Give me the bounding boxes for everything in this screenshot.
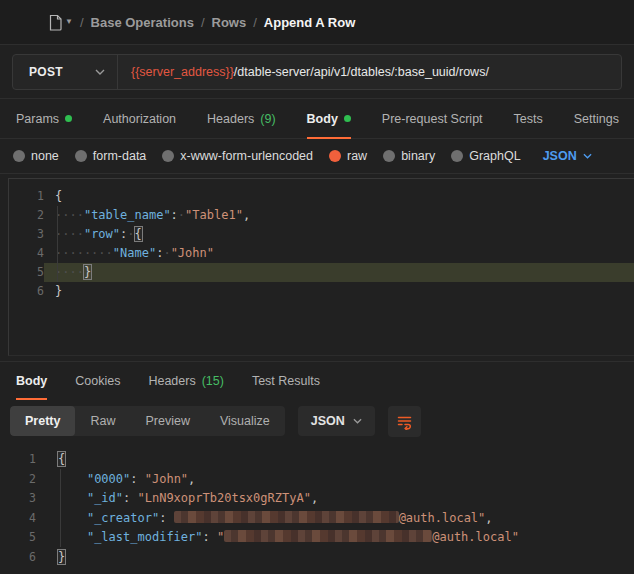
line-number: 4 bbox=[9, 244, 44, 263]
response-toolbar: Pretty Raw Preview Visualize JSON bbox=[0, 400, 634, 442]
matched-brace: { bbox=[58, 452, 65, 466]
code-line[interactable]: 1 { bbox=[9, 187, 634, 206]
active-tab-underline bbox=[16, 398, 47, 400]
tab-params[interactable]: Params bbox=[16, 99, 72, 139]
comma: , bbox=[243, 208, 250, 222]
matched-brace: { bbox=[135, 227, 142, 241]
whitespace bbox=[166, 511, 173, 525]
json-key: "Name" bbox=[113, 246, 156, 260]
json-key: "_creator" bbox=[87, 511, 159, 525]
view-visualize[interactable]: Visualize bbox=[205, 406, 285, 436]
json-key: "table_name" bbox=[84, 208, 171, 222]
breadcrumb-item-folder[interactable]: Rows bbox=[212, 15, 247, 30]
whitespace: · bbox=[127, 227, 134, 241]
view-pretty[interactable]: Pretty bbox=[10, 406, 75, 436]
code-line[interactable]: 6 } bbox=[9, 282, 634, 301]
code-line[interactable]: 2 ····"table_name":·"Table1", bbox=[9, 206, 634, 225]
request-title: Append A Row bbox=[264, 15, 355, 30]
method-dropdown[interactable]: POST bbox=[13, 55, 118, 89]
code-line-current[interactable]: 5 ····} bbox=[9, 263, 634, 282]
code-line[interactable]: 4 "_creator": @auth.local", bbox=[0, 509, 634, 529]
language-label: JSON bbox=[543, 149, 577, 163]
active-tab-underline bbox=[307, 137, 351, 139]
matched-brace: } bbox=[84, 265, 91, 279]
json-value: "Table1" bbox=[185, 208, 243, 222]
whitespace bbox=[138, 472, 145, 486]
view-raw[interactable]: Raw bbox=[75, 406, 130, 436]
topbar: ▼ / Base Operations / Rows / Append A Ro… bbox=[0, 0, 634, 45]
whitespace: ···· bbox=[55, 265, 84, 279]
wrap-lines-icon bbox=[396, 413, 413, 430]
raw-language-dropdown[interactable]: JSON bbox=[543, 149, 592, 163]
response-tab-test-results[interactable]: Test Results bbox=[252, 362, 320, 400]
tab-tests[interactable]: Tests bbox=[514, 99, 543, 139]
tab-label: Pre-request Script bbox=[382, 112, 483, 126]
whitespace bbox=[58, 511, 87, 525]
tab-authorization[interactable]: Authorization bbox=[103, 99, 176, 139]
response-tab-headers[interactable]: Headers (15) bbox=[148, 362, 223, 400]
green-dot bbox=[65, 115, 72, 122]
radio-selected-icon bbox=[329, 150, 341, 162]
line-number: 6 bbox=[0, 548, 36, 568]
tab-settings[interactable]: Settings bbox=[574, 99, 619, 139]
line-number: 1 bbox=[9, 187, 44, 206]
response-tabs: Body Cookies Headers (15) Test Results bbox=[0, 362, 634, 400]
radio-icon bbox=[162, 150, 174, 162]
code-line[interactable]: 6 } bbox=[0, 548, 634, 568]
tab-label: Settings bbox=[574, 112, 619, 126]
response-tab-body[interactable]: Body bbox=[16, 362, 47, 400]
colon: : bbox=[203, 530, 210, 544]
line-number: 3 bbox=[0, 489, 36, 509]
response-body-viewer[interactable]: 1 { 2 "0000": "John", 3 "_id": "LnN9xopr… bbox=[0, 442, 634, 567]
line-number: 4 bbox=[0, 509, 36, 529]
json-value: " bbox=[217, 530, 224, 544]
radio-icon bbox=[75, 150, 87, 162]
mode-raw[interactable]: raw bbox=[329, 149, 367, 163]
tab-body[interactable]: Body bbox=[307, 99, 351, 139]
view-preview[interactable]: Preview bbox=[130, 406, 204, 436]
method-label: POST bbox=[29, 65, 63, 79]
code-line[interactable]: 5 "_last_modifier": "@auth.local" bbox=[0, 528, 634, 548]
chevron-down-icon bbox=[95, 69, 105, 75]
tab-pre-request-script[interactable]: Pre-request Script bbox=[382, 99, 483, 139]
mode-none[interactable]: none bbox=[13, 149, 59, 163]
response-tab-cookies[interactable]: Cookies bbox=[75, 362, 120, 400]
line-number: 5 bbox=[0, 528, 36, 548]
line-number: 6 bbox=[9, 282, 44, 301]
breadcrumb-item-collection[interactable]: Base Operations bbox=[91, 15, 194, 30]
mode-graphql[interactable]: GraphQL bbox=[451, 149, 520, 163]
body-mode-bar: none form-data x-www-form-urlencoded raw… bbox=[0, 139, 634, 174]
code-line[interactable]: 2 "0000": "John", bbox=[0, 470, 634, 490]
code-line[interactable]: 4 ········"Name":·"John" bbox=[9, 244, 634, 263]
mode-label: x-www-form-urlencoded bbox=[180, 149, 313, 163]
json-key: "0000" bbox=[87, 472, 130, 486]
line-number: 2 bbox=[9, 206, 44, 225]
whitespace bbox=[58, 472, 87, 486]
wrap-lines-button[interactable] bbox=[388, 406, 421, 437]
mode-form-data[interactable]: form-data bbox=[75, 149, 147, 163]
tab-label: Headers bbox=[148, 374, 195, 388]
code-line[interactable]: 1 { bbox=[0, 450, 634, 470]
whitespace: ···· bbox=[55, 227, 84, 241]
line-number: 1 bbox=[0, 450, 36, 470]
mode-label: none bbox=[31, 149, 59, 163]
brace: } bbox=[55, 284, 62, 298]
mode-x-www-form-urlencoded[interactable]: x-www-form-urlencoded bbox=[162, 149, 313, 163]
line-number: 2 bbox=[0, 470, 36, 490]
tab-label: Test Results bbox=[252, 374, 320, 388]
tab-label: Body bbox=[307, 112, 338, 126]
redacted-value bbox=[174, 511, 399, 523]
request-body-editor[interactable]: 1 { 2 ····"table_name":·"Table1", 3 ····… bbox=[8, 178, 634, 356]
whitespace: · bbox=[163, 246, 170, 260]
response-language-dropdown[interactable]: JSON bbox=[298, 406, 375, 436]
tab-headers[interactable]: Headers (9) bbox=[207, 99, 276, 139]
request-file-menu[interactable]: ▼ bbox=[48, 14, 73, 31]
code-line[interactable]: 3 ····"row":·{ bbox=[9, 225, 634, 244]
url-input[interactable]: {{server_address}}/dtable-server/api/v1/… bbox=[118, 55, 621, 89]
radio-icon bbox=[13, 150, 25, 162]
postman-request-view: ▼ / Base Operations / Rows / Append A Ro… bbox=[0, 0, 634, 574]
json-key: "_last_modifier" bbox=[87, 530, 203, 544]
mode-binary[interactable]: binary bbox=[383, 149, 435, 163]
code-line[interactable]: 3 "_id": "LnN9xoprTb20tsx0gRZTyA", bbox=[0, 489, 634, 509]
mode-label: form-data bbox=[93, 149, 147, 163]
